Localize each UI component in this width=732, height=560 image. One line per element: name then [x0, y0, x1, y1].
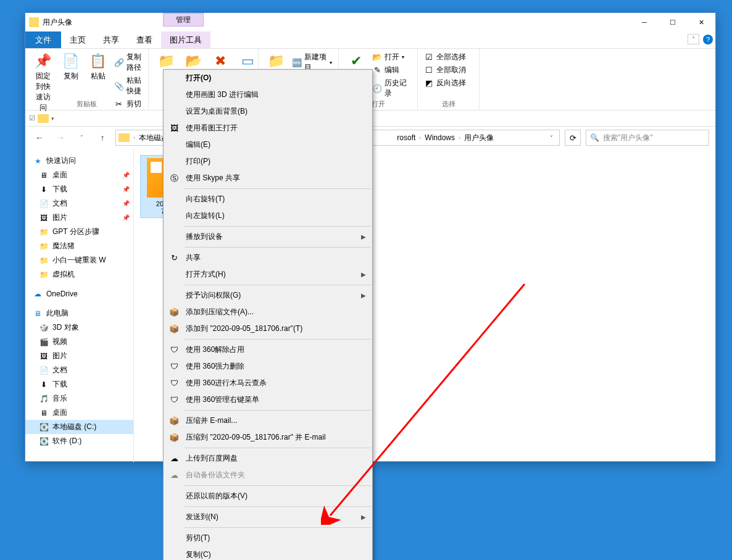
context-menu-item[interactable]: 🛡使用 360进行木马云查杀	[164, 375, 372, 391]
sidebar-quick-access[interactable]: ★快速访问	[25, 154, 133, 168]
context-menu-item[interactable]: 🖼使用看图王打开	[164, 120, 372, 136]
maximize-button[interactable]: ☐	[659, 13, 687, 31]
breadcrumb-seg[interactable]: Windows	[422, 133, 457, 142]
close-button[interactable]: ✕	[687, 13, 715, 31]
copy-icon: 📄	[61, 51, 81, 71]
context-menu-item[interactable]: Ⓢ使用 Skype 共享	[164, 170, 372, 186]
sidebar-item[interactable]: 📄文档	[25, 363, 133, 377]
manage-tab[interactable]: 管理	[163, 13, 204, 27]
back-button[interactable]: ←	[31, 130, 48, 146]
item-icon: 🎬	[39, 338, 49, 346]
context-menu-item[interactable]: ↻共享	[164, 249, 372, 266]
tab-view[interactable]: 查看	[128, 31, 161, 48]
breadcrumb-seg[interactable]: rosoft	[394, 133, 418, 142]
context-menu-item[interactable]: 使用画图 3D 进行编辑	[164, 86, 372, 103]
context-menu-item[interactable]: 📦压缩并 E-mail...	[164, 412, 372, 429]
context-menu-item[interactable]: 还原以前的版本(V)	[164, 488, 372, 504]
tab-picture-tools[interactable]: 图片工具	[161, 31, 210, 48]
pin-icon: 📌	[122, 186, 130, 193]
item-icon: 📁	[39, 270, 49, 279]
star-icon: ★	[33, 157, 43, 165]
collapse-ribbon-icon[interactable]: ˄	[688, 34, 699, 44]
paste-button[interactable]: 📋 粘贴	[85, 50, 112, 83]
context-menu-item[interactable]: 📦添加到 "2020-09-05_181706.rar"(T)	[164, 320, 372, 337]
qat-check-icon[interactable]: ☑	[29, 114, 35, 122]
menu-separator	[185, 410, 371, 411]
search-input[interactable]: 🔍 搜索"用户头像"	[586, 130, 709, 146]
sidebar-item[interactable]: 🖼图片📌	[25, 211, 133, 225]
context-menu-item[interactable]: 📦添加到压缩文件(A)...	[164, 304, 372, 320]
sidebar-this-pc[interactable]: 🖥此电脑	[25, 306, 133, 320]
sidebar-item[interactable]: 🎵音乐	[25, 391, 133, 406]
copy-path-button[interactable]: 🔗复制路径	[112, 51, 144, 73]
context-menu-item[interactable]: 设置为桌面背景(B)	[164, 103, 372, 120]
menu-separator	[185, 247, 371, 248]
item-icon: 📄	[39, 199, 49, 208]
select-none-button[interactable]: ☐全部取消	[422, 64, 475, 76]
pin-icon: 📌	[122, 172, 130, 178]
link-icon: 🔗	[114, 57, 124, 67]
sidebar-item[interactable]: 💽本地磁盘 (C:)	[25, 420, 133, 434]
context-menu-item[interactable]: 授予访问权限(G)▶	[164, 287, 372, 304]
sidebar-item[interactable]: 📁小白一键重装 W	[25, 253, 133, 267]
menu-item-icon: 📦	[168, 324, 180, 335]
sidebar-onedrive[interactable]: ☁OneDrive	[25, 288, 133, 300]
sidebar-item[interactable]: 💽软件 (D:)	[25, 434, 133, 448]
breadcrumb-seg[interactable]: 用户头像	[462, 133, 496, 143]
select-all-icon: ☑	[424, 52, 434, 62]
breadcrumb-dropdown-icon[interactable]: ˅	[546, 135, 557, 141]
invert-selection-button[interactable]: ◩反向选择	[422, 77, 475, 89]
sidebar-item[interactable]: 🎲3D 对象	[25, 320, 133, 335]
file-menu[interactable]: 文件	[25, 31, 61, 48]
sidebar-item[interactable]: 🖥桌面	[25, 406, 133, 420]
item-icon: 📁	[39, 242, 49, 251]
edit-button[interactable]: ✎编辑	[370, 64, 414, 76]
context-menu-item[interactable]: 播放到设备▶	[164, 228, 372, 245]
qat-dropdown-icon[interactable]: ▾	[51, 115, 54, 122]
tab-home[interactable]: 主页	[61, 31, 94, 48]
folder-icon	[29, 17, 39, 27]
sidebar-item[interactable]: 📁魔法猪	[25, 239, 133, 253]
menu-item-icon: 🖼	[168, 123, 180, 134]
titlebar: 用户头像 管理 ─ ☐ ✕	[25, 13, 715, 31]
context-menu-item[interactable]: 发送到(N)▶	[164, 509, 372, 525]
minimize-button[interactable]: ─	[630, 13, 659, 31]
context-menu-item[interactable]: 打印(P)	[164, 153, 372, 170]
history-button[interactable]: 🕘历史记录	[370, 77, 414, 99]
sidebar-item[interactable]: 📄文档📌	[25, 196, 133, 211]
context-menu-item[interactable]: 📦压缩到 "2020-09-05_181706.rar" 并 E-mail	[164, 429, 372, 446]
sidebar-item[interactable]: 📁GPT 分区步骤	[25, 225, 133, 239]
sidebar-item[interactable]: 🎬视频	[25, 335, 133, 349]
breadcrumb-folder-icon	[119, 133, 130, 142]
forward-button[interactable]: →	[52, 130, 69, 146]
item-icon: 🎵	[39, 395, 49, 403]
context-menu-item[interactable]: 编辑(E)	[164, 136, 372, 153]
context-menu-item[interactable]: ☁上传到百度网盘	[164, 450, 372, 467]
sidebar-item[interactable]: 🖼图片	[25, 349, 133, 363]
sidebar-item[interactable]: ⬇下载📌	[25, 182, 133, 196]
item-icon: 🎲	[39, 324, 49, 332]
refresh-button[interactable]: ⟳	[565, 130, 581, 146]
context-menu-item[interactable]: 打开方式(H)▶	[164, 266, 372, 283]
up-button[interactable]: ↑	[94, 130, 110, 146]
item-icon: 📁	[39, 228, 49, 236]
select-all-button[interactable]: ☑全部选择	[422, 51, 475, 63]
paste-shortcut-button[interactable]: 📎粘贴快捷	[112, 75, 144, 97]
sidebar-item[interactable]: ⬇下载	[25, 377, 133, 391]
context-menu-item[interactable]: 🛡使用 360管理右键菜单	[164, 391, 372, 408]
sidebar-item[interactable]: 🖥桌面📌	[25, 168, 133, 182]
tab-share[interactable]: 共享	[94, 31, 128, 48]
context-menu-item[interactable]: 剪切(T)	[164, 530, 372, 546]
copy-button[interactable]: 📄 复制	[57, 50, 85, 83]
context-menu-item[interactable]: 打开(O)	[164, 70, 372, 86]
context-menu-item[interactable]: 🛡使用 360解除占用	[164, 341, 372, 358]
context-menu-item[interactable]: 向左旋转(L)	[164, 207, 372, 224]
sidebar-item[interactable]: 📁虚拟机	[25, 267, 133, 282]
open-button[interactable]: 📂打开▾	[370, 51, 414, 63]
context-menu-item[interactable]: 向右旋转(T)	[164, 191, 372, 207]
help-icon[interactable]: ?	[703, 35, 713, 44]
qat-folder-icon[interactable]	[38, 114, 49, 123]
recent-dropdown[interactable]: ˅	[73, 130, 89, 146]
context-menu-item[interactable]: 复制(C)	[164, 546, 372, 560]
context-menu-item[interactable]: 🛡使用 360强力删除	[164, 358, 372, 375]
